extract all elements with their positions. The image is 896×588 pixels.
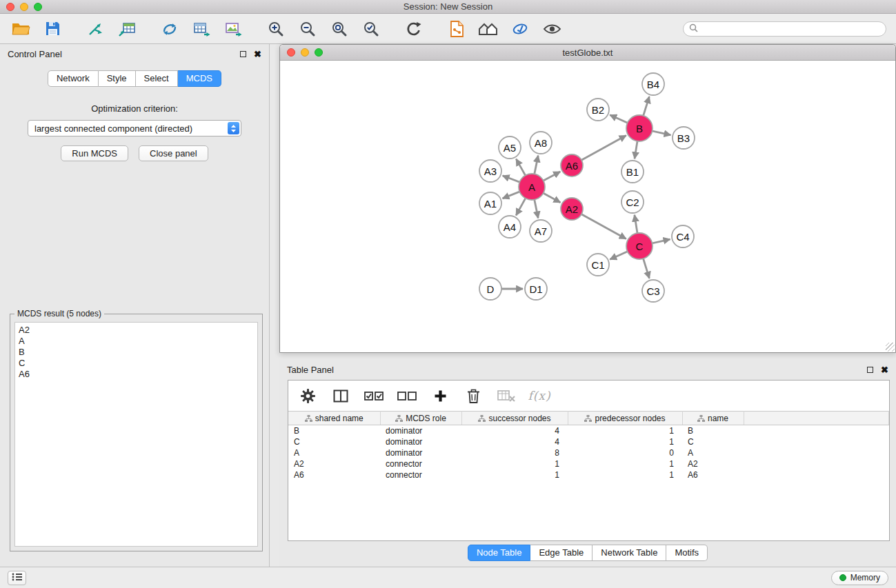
task-history-button[interactable] [8,571,26,585]
resize-grip[interactable] [886,343,895,352]
node-A5[interactable]: A5 [499,136,521,159]
cell[interactable]: dominator [380,447,461,458]
cell[interactable]: 1 [568,425,682,436]
tab-motifs[interactable]: Motifs [666,545,708,561]
tab-mcds[interactable]: MCDS [178,70,221,87]
cell[interactable]: C [682,436,744,447]
cell[interactable]: dominator [380,425,461,436]
network-file-icon[interactable] [446,18,468,40]
network-close-icon[interactable] [287,48,295,57]
optimization-criterion-dropdown[interactable]: largest connected component (directed) [28,120,241,136]
column-header-successor-nodes[interactable]: successor nodes [461,412,568,425]
network-minimize-icon[interactable] [301,48,309,57]
node-C2[interactable]: C2 [621,191,644,213]
node-A8[interactable]: A8 [530,132,552,154]
close-table-panel-icon[interactable]: ✖ [881,365,888,374]
node-B4[interactable]: B4 [642,73,664,95]
import-table-icon[interactable] [116,18,138,40]
minimize-window-icon[interactable] [20,3,28,11]
column-header-predecessor-nodes[interactable]: predecessor nodes [568,412,682,425]
import-network-icon[interactable] [84,18,106,40]
node-A6[interactable]: A6 [561,154,583,176]
share-network-icon[interactable] [159,18,181,40]
zoom-fit-icon[interactable] [328,18,350,40]
node-C1[interactable]: C1 [587,254,609,276]
export-image-icon[interactable] [222,18,244,40]
cell[interactable]: connector [380,469,461,480]
tab-node-table[interactable]: Node Table [468,545,531,561]
node-A[interactable]: A [519,174,545,200]
result-item[interactable]: B [19,347,254,358]
cell[interactable]: A [288,447,380,458]
node-D[interactable]: D [479,278,501,300]
node-C[interactable]: C [626,233,653,259]
table-row[interactable]: A6connector11A6 [288,469,889,480]
cell[interactable]: C [288,436,380,447]
search-input[interactable] [701,24,880,34]
result-item[interactable]: A [19,336,254,347]
tab-style[interactable]: Style [99,70,136,87]
save-icon[interactable] [41,18,63,40]
table-row[interactable]: A2connector11A2 [288,458,889,469]
tab-network[interactable]: Network [48,70,99,87]
home-icon[interactable] [477,18,499,40]
tab-edge-table[interactable]: Edge Table [530,545,593,561]
close-panel-icon[interactable]: ✖ [254,50,261,59]
node-C3[interactable]: C3 [642,280,664,302]
add-icon[interactable] [430,386,450,405]
zoom-in-icon[interactable] [265,18,287,40]
style-check-icon[interactable] [509,18,531,40]
cell[interactable]: A2 [288,458,380,469]
settings-gear-icon[interactable] [298,386,317,405]
memory-button[interactable]: Memory [831,571,888,585]
node-A4[interactable]: A4 [499,216,521,238]
network-zoom-icon[interactable] [315,48,323,57]
cell[interactable]: 4 [461,436,568,447]
cell[interactable]: B [288,425,380,436]
cell[interactable]: connector [380,458,461,469]
cell[interactable]: A6 [682,469,744,480]
cell[interactable]: dominator [380,436,461,447]
zoom-selected-icon[interactable] [360,18,382,40]
float-panel-icon[interactable] [240,51,246,57]
delete-table-icon[interactable] [497,386,516,405]
cell[interactable]: 1 [568,458,682,469]
result-item[interactable]: A6 [19,369,254,380]
cell[interactable]: 8 [461,447,568,458]
node-B3[interactable]: B3 [673,127,695,149]
trash-icon[interactable] [464,386,483,405]
close-panel-button[interactable]: Close panel [139,145,208,161]
tab-select[interactable]: Select [136,70,178,87]
result-item[interactable]: C [19,358,254,369]
cell[interactable]: 1 [461,458,568,469]
node-B[interactable]: B [626,115,653,141]
run-mcds-button[interactable]: Run MCDS [61,145,128,161]
cell[interactable]: B [682,425,744,436]
eye-icon[interactable] [541,18,563,40]
node-A7[interactable]: A7 [530,220,552,242]
network-window-titlebar[interactable]: testGlobe.txt [280,45,895,61]
cell[interactable]: A6 [288,469,380,480]
node-A1[interactable]: A1 [479,192,501,214]
cell[interactable]: 1 [568,436,682,447]
tab-network-table[interactable]: Network Table [593,545,666,561]
float-table-panel-icon[interactable] [867,367,873,373]
column-header-shared-name[interactable]: shared name [288,412,380,425]
table-row[interactable]: Bdominator41B [288,425,889,436]
table-row[interactable]: Adominator80A [288,447,889,458]
node-A3[interactable]: A3 [479,160,501,182]
node-D1[interactable]: D1 [525,278,547,300]
node-B1[interactable]: B1 [621,161,644,183]
select-all-checks-icon[interactable] [364,386,384,405]
cell[interactable]: 0 [568,447,682,458]
function-fx-icon[interactable]: f(x) [530,386,549,405]
node-C4[interactable]: C4 [672,225,694,247]
column-header-name[interactable]: name [682,412,744,425]
column-icon[interactable] [331,386,350,405]
node-A2[interactable]: A2 [561,198,583,220]
zoom-out-icon[interactable] [297,18,319,40]
network-canvas[interactable]: B4B2BB3A5A8A6B1A3AC2A1A2A4A7CC4C1C3DD1 [280,61,895,352]
cell[interactable]: A2 [682,458,744,469]
zoom-window-icon[interactable] [34,3,42,11]
open-folder-icon[interactable] [10,18,32,40]
